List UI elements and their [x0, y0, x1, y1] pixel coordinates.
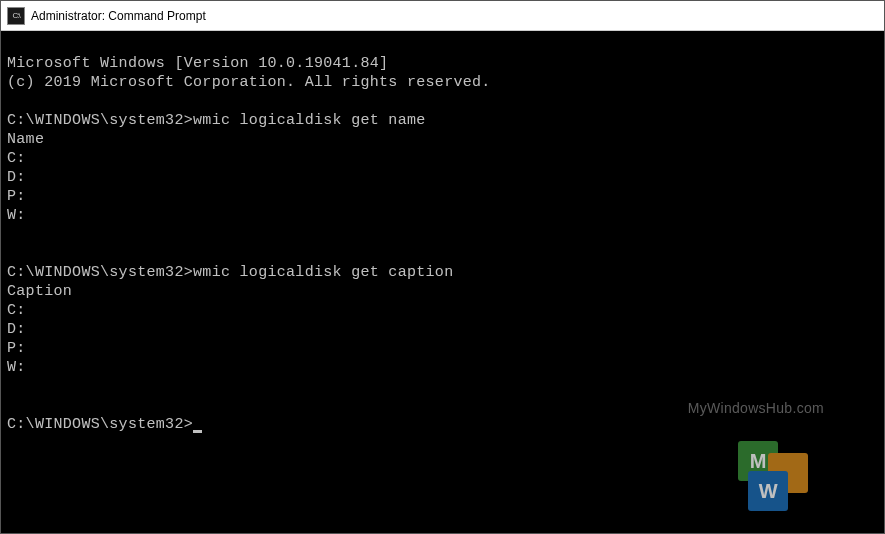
- titlebar[interactable]: C:\ Administrator: Command Prompt: [1, 1, 884, 31]
- output-row: C:: [7, 150, 26, 167]
- output-row: W:: [7, 359, 26, 376]
- logo-square-green: M: [738, 441, 778, 481]
- output-row: D:: [7, 169, 26, 186]
- output-row: P:: [7, 340, 26, 357]
- watermark-logo-icon: M W: [734, 441, 804, 511]
- cmd-icon: C:\: [7, 7, 25, 25]
- logo-square-blue: W: [748, 471, 788, 511]
- watermark-text: MyWindowsHub.com: [688, 399, 824, 418]
- output-header: Caption: [7, 283, 72, 300]
- cmd-window: C:\ Administrator: Command Prompt Micros…: [0, 0, 885, 534]
- cursor: [193, 430, 202, 433]
- prompt: C:\WINDOWS\system32>: [7, 112, 193, 129]
- command-input: wmic logicaldisk get name: [193, 112, 426, 129]
- copyright-text: (c) 2019 Microsoft Corporation. All righ…: [7, 74, 491, 91]
- output-row: D:: [7, 321, 26, 338]
- output-row: P:: [7, 188, 26, 205]
- prompt: C:\WINDOWS\system32>: [7, 264, 193, 281]
- output-row: C:: [7, 302, 26, 319]
- output-header: Name: [7, 131, 44, 148]
- terminal-area[interactable]: Microsoft Windows [Version 10.0.19041.84…: [1, 31, 884, 533]
- watermark: MyWindowsHub.com M W: [688, 361, 824, 533]
- version-text: Microsoft Windows [Version 10.0.19041.84…: [7, 55, 388, 72]
- output-row: W:: [7, 207, 26, 224]
- logo-square-orange: [768, 453, 808, 493]
- prompt: C:\WINDOWS\system32>: [7, 416, 193, 433]
- command-input: wmic logicaldisk get caption: [193, 264, 453, 281]
- window-title: Administrator: Command Prompt: [31, 9, 206, 23]
